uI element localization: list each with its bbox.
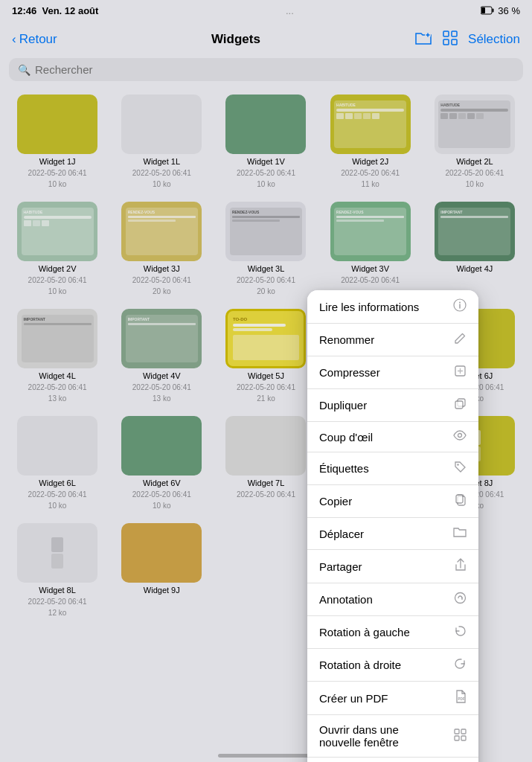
- svg-rect-22: [455, 736, 459, 740]
- menu-item-delete[interactable]: Supprimer: [307, 758, 478, 762]
- svg-rect-17: [456, 495, 463, 503]
- pdf-icon: PDF: [455, 690, 467, 706]
- context-menu: Lire les informations Renommer Compresse…: [307, 290, 478, 762]
- copy-icon: [455, 493, 467, 509]
- info-icon: [453, 298, 467, 315]
- svg-rect-20: [455, 729, 459, 734]
- folder-move-icon: [453, 526, 467, 541]
- pencil-icon: [454, 332, 467, 348]
- annotation-icon: [454, 592, 467, 607]
- menu-item-preview[interactable]: Coup d'œil: [307, 422, 478, 452]
- menu-item-copy[interactable]: Copier: [307, 485, 478, 518]
- menu-item-rename[interactable]: Renommer: [307, 324, 478, 356]
- menu-item-compress[interactable]: Compresser: [307, 356, 478, 389]
- menu-item-duplicate[interactable]: Dupliquer: [307, 389, 478, 422]
- svg-rect-13: [455, 401, 463, 409]
- tag-icon: [454, 461, 467, 476]
- svg-text:PDF: PDF: [458, 697, 465, 701]
- menu-item-info[interactable]: Lire les informations: [307, 290, 478, 324]
- svg-point-18: [455, 593, 466, 603]
- menu-item-share[interactable]: Partager: [307, 550, 478, 583]
- menu-item-tags[interactable]: Étiquettes: [307, 452, 478, 485]
- svg-point-15: [457, 464, 458, 465]
- share-icon: [455, 558, 467, 574]
- menu-item-create-pdf[interactable]: Créer un PDF PDF: [307, 682, 478, 715]
- new-window-icon: [454, 729, 467, 744]
- menu-item-rotate-right[interactable]: Rotation à droite: [307, 649, 478, 682]
- menu-item-new-window[interactable]: Ouvrir dans unenouvelle fenêtre: [307, 715, 478, 758]
- svg-rect-21: [461, 729, 466, 734]
- menu-item-move[interactable]: Déplacer: [307, 518, 478, 550]
- rotate-left-icon: [454, 624, 467, 640]
- svg-point-9: [459, 302, 461, 304]
- compress-icon: [454, 365, 467, 380]
- menu-item-rotate-left[interactable]: Rotation à gauche: [307, 616, 478, 649]
- svg-point-14: [458, 434, 462, 438]
- duplicate-icon: [454, 397, 467, 413]
- menu-item-annotation[interactable]: Annotation: [307, 583, 478, 616]
- svg-rect-23: [461, 736, 466, 740]
- eye-icon: [453, 430, 467, 444]
- rotate-right-icon: [454, 657, 467, 673]
